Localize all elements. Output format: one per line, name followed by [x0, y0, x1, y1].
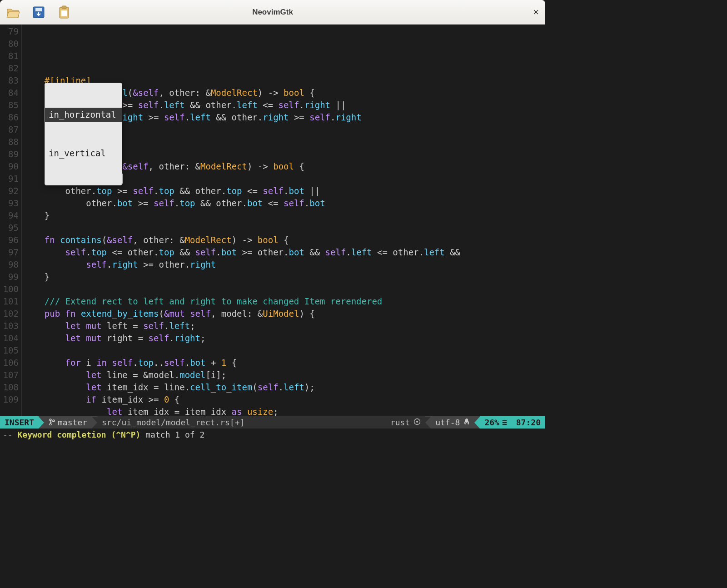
- editor-area[interactable]: 7980818283848586878889909192939495969798…: [0, 25, 545, 416]
- line-number-gutter: 7980818283848586878889909192939495969798…: [0, 25, 22, 416]
- code-line[interactable]: pub fn extend_by_items(&mut self, model:…: [24, 308, 545, 320]
- line-number: 102: [0, 308, 19, 320]
- toolbar-icons: [6, 5, 71, 19]
- svg-rect-4: [61, 10, 67, 16]
- line-number: 81: [0, 50, 19, 62]
- separator-icon: [39, 417, 44, 429]
- code-line[interactable]: for i in self.top..self.bot + 1 {: [24, 357, 545, 369]
- code-line[interactable]: other.top >= self.top && other.top <= se…: [24, 185, 545, 197]
- line-number: 93: [0, 197, 19, 209]
- message-line: -- Keyword completion (^N^P) match 1 of …: [0, 429, 545, 441]
- line-number: 82: [0, 62, 19, 75]
- lines-icon: ≡: [502, 416, 507, 429]
- position-separator: :: [526, 416, 531, 429]
- svg-rect-1: [35, 8, 42, 11]
- separator-icon: [474, 417, 480, 429]
- rust-icon: [413, 416, 421, 429]
- line-number: 103: [0, 320, 19, 332]
- separator-icon: [92, 417, 97, 429]
- line-number: 90: [0, 160, 19, 173]
- line-number: 92: [0, 185, 19, 197]
- line-number: 109: [0, 394, 19, 406]
- line-number: 108: [0, 381, 19, 394]
- code-line[interactable]: let mut left = self.left;: [24, 320, 545, 332]
- percent-label: 26%: [484, 416, 499, 429]
- line-number: 107: [0, 369, 19, 381]
- close-icon[interactable]: ×: [533, 6, 539, 18]
- line-number: 84: [0, 87, 19, 99]
- code-line[interactable]: other.bot >= self.top && other.bot <= se…: [24, 197, 545, 209]
- cursor-line: 87: [516, 416, 526, 429]
- line-number: 94: [0, 209, 19, 222]
- code-line[interactable]: /// Extend rect to left and right to mak…: [24, 295, 545, 308]
- cursor-col: 20: [531, 416, 541, 429]
- code-line[interactable]: let mut right = self.right;: [24, 332, 545, 344]
- window-titlebar: NeovimGtk ×: [0, 0, 545, 25]
- code-line[interactable]: let line = &model.model[i];: [24, 369, 545, 381]
- msg-match: match 1 of 2: [145, 430, 204, 439]
- branch-icon: [49, 416, 55, 429]
- line-number: 98: [0, 259, 19, 271]
- separator-icon: [425, 417, 431, 429]
- code-line[interactable]: let item_idx = line.cell_to_item(self.le…: [24, 381, 545, 394]
- line-number: 89: [0, 148, 19, 160]
- line-number: 79: [0, 25, 19, 38]
- window-title: NeovimGtk: [0, 8, 545, 17]
- line-number: 83: [0, 75, 19, 87]
- branch-name: master: [58, 416, 87, 429]
- completion-item[interactable]: in_horizontal: [45, 108, 122, 122]
- status-line: INSERT master src/ui_model/model_rect.rs…: [0, 416, 545, 429]
- paste-icon[interactable]: [57, 5, 71, 19]
- code-line[interactable]: fn contains(&self, other: &ModelRect) ->…: [24, 234, 545, 246]
- line-number: 80: [0, 38, 19, 50]
- line-number: 100: [0, 283, 19, 295]
- file-path: src/ui_model/model_rect.rs[+]: [97, 416, 249, 429]
- scroll-percent: 26% ≡: [480, 416, 511, 429]
- encoding: utf-8: [431, 416, 474, 429]
- line-number: 97: [0, 246, 19, 259]
- code-line[interactable]: }: [24, 209, 545, 222]
- completion-popup[interactable]: in_horizontal in_vertical: [45, 83, 122, 185]
- code-line[interactable]: }: [24, 271, 545, 283]
- filetype-label: rust: [390, 416, 410, 429]
- code-line[interactable]: let item_idx = item_idx as usize;: [24, 406, 545, 416]
- cursor-position: 87: 20: [512, 416, 545, 429]
- linux-icon: [463, 416, 470, 429]
- code-line[interactable]: self.right >= other.right: [24, 259, 545, 271]
- completion-item[interactable]: in_vertical: [45, 146, 122, 160]
- svg-point-6: [416, 421, 418, 423]
- code-line[interactable]: [24, 283, 545, 295]
- line-number: 101: [0, 295, 19, 308]
- line-number: 105: [0, 344, 19, 357]
- line-number: 86: [0, 111, 19, 124]
- encoding-label: utf-8: [435, 416, 460, 429]
- git-branch: master: [44, 416, 92, 429]
- line-number: 88: [0, 136, 19, 148]
- mode-indicator: INSERT: [0, 416, 39, 429]
- code-buffer[interactable]: in_horizontal in_vertical #[inline] fn i…: [22, 25, 545, 416]
- line-number: 106: [0, 357, 19, 369]
- line-number: 95: [0, 222, 19, 234]
- line-number: 91: [0, 173, 19, 185]
- open-file-icon[interactable]: [6, 5, 20, 19]
- line-number: 96: [0, 234, 19, 246]
- filetype: rust: [386, 416, 425, 429]
- line-number: 87: [0, 124, 19, 136]
- statusline-spacer: [249, 416, 386, 429]
- msg-text: Keyword completion (^N^P): [18, 430, 146, 439]
- save-icon[interactable]: [32, 5, 45, 19]
- code-line[interactable]: [24, 344, 545, 357]
- code-line[interactable]: if item_idx >= 0 {: [24, 394, 545, 406]
- line-number: 85: [0, 99, 19, 111]
- code-line[interactable]: [24, 222, 545, 234]
- msg-prefix: --: [3, 430, 18, 439]
- svg-rect-3: [62, 6, 66, 9]
- code-line[interactable]: self.top <= other.top && self.bot >= oth…: [24, 246, 545, 259]
- line-number: 104: [0, 332, 19, 344]
- line-number: 99: [0, 271, 19, 283]
